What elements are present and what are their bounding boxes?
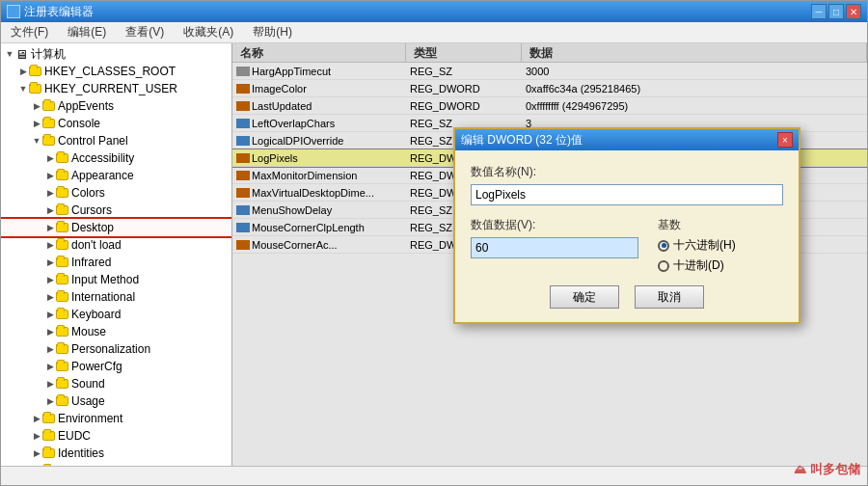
folder-icon-pers [56,344,68,354]
tree-item-identities[interactable]: ▶ Identities [1,445,231,462]
tree-label-im: Input Method [71,273,139,286]
modal-title-bar: 编辑 DWORD (32 位)值 × [455,129,799,150]
tree-item-appearance[interactable]: ▶ Appearance [1,167,231,184]
menu-help[interactable]: 帮助(H) [247,22,298,42]
expand-arrow-desktop: ▶ [45,223,55,232]
folder-icon-dontload [56,240,68,250]
tree-item-international[interactable]: ▶ International [1,288,231,306]
tree-item-dontload[interactable]: ▶ don't load [1,236,231,254]
tree-label-infrared: Infrared [71,256,111,269]
content-area: ▼ 🖥 计算机 ▶ HKEY_CLASSES_ROOT ▼ HKEY_CURRE… [1,43,867,466]
radio-dec[interactable]: 十进制(D) [658,257,783,274]
folder-icon-console [42,119,55,128]
expand-arrow-cursors: ▶ [45,205,55,215]
tree-item-environment[interactable]: ▶ Environment [1,410,231,427]
modal-data-row: 数值数据(V): 基数 十六进制(H) [471,217,783,274]
folder-icon-acc [56,153,68,163]
status-bar [1,466,867,485]
tree-item-accessibility[interactable]: ▶ Accessibility [1,149,231,167]
tree-item-computer[interactable]: ▼ 🖥 计算机 [1,45,231,63]
expand-arrow-hkcu: ▼ [18,84,28,94]
folder-icon-cp [42,136,55,146]
menu-favorites[interactable]: 收藏夹(A) [177,22,239,42]
tree-label-env: Environment [58,412,122,425]
tree-label-kbd: Keyboard [71,308,121,321]
tree-item-hkcr[interactable]: ▶ HKEY_CLASSES_ROOT [1,63,231,80]
tree-label-dontload: don't load [71,238,122,252]
modal-name-input[interactable] [471,184,783,205]
expand-arrow-pers: ▶ [45,344,55,354]
radio-dec-dot [658,260,669,272]
expand-arrow-colors: ▶ [45,188,55,198]
tree-label-hkcu: HKEY_CURRENT_USER [44,82,177,95]
tree-label-console: Console [58,117,100,130]
expand-arrow-acc: ▶ [45,153,55,163]
modal-data-input[interactable] [471,237,638,258]
expand-arrow-eudc: ▶ [32,431,41,441]
tree-label-desktop: Desktop [71,221,114,234]
folder-icon-ident [42,448,55,458]
maximize-button[interactable]: □ [828,4,844,19]
right-panel: 名称 类型 数据 HargAppTimecut REG_SZ 3000 [232,43,867,466]
main-window: 注册表编辑器 ─ □ ✕ 文件(F) 编辑(E) 查看(V) 收藏夹(A) 帮助… [0,0,868,486]
modal-close-button[interactable]: × [777,132,793,148]
tree-panel: ▼ 🖥 计算机 ▶ HKEY_CLASSES_ROOT ▼ HKEY_CURRE… [1,43,232,466]
tree-item-desktop[interactable]: ▶ Desktop [1,219,231,236]
folder-icon-intl [56,292,68,302]
cancel-button[interactable]: 取消 [635,285,704,309]
tree-item-sound[interactable]: ▶ Sound [1,375,231,392]
folder-icon-kbd [56,310,68,319]
radio-hex-label: 十六进制(H) [673,237,736,254]
menu-file[interactable]: 文件(F) [5,22,54,42]
expand-arrow-mouse: ▶ [45,327,55,337]
tree-item-personalization[interactable]: ▶ Personalization [1,340,231,358]
radio-dec-label: 十进制(D) [673,257,724,274]
expand-arrow-appevents: ▶ [32,101,41,111]
close-button[interactable]: ✕ [846,4,861,19]
tree-item-colors[interactable]: ▶ Colors [1,184,231,202]
tree-item-usage[interactable]: ▶ Usage [1,392,231,410]
tree-item-kbdlayout[interactable]: ▶ Keyboard Layout [1,462,231,466]
tree-item-powercfg[interactable]: ▶ PowerCfg [1,358,231,375]
menu-view[interactable]: 查看(V) [120,22,170,42]
tree-item-controlpanel[interactable]: ▼ Control Panel [1,132,231,149]
modal-dialog: 编辑 DWORD (32 位)值 × 数值名称(N): 数值数据(V): [453,127,800,324]
tree-item-keyboard[interactable]: ▶ Keyboard [1,306,231,323]
expand-arrow-ident: ▶ [32,448,41,458]
folder-icon-infrared [56,257,68,267]
tree-label-colors: Colors [71,186,105,200]
tree-item-eudc[interactable]: ▶ EUDC [1,427,231,445]
tree-item-hkcu[interactable]: ▼ HKEY_CURRENT_USER [1,80,231,97]
expand-arrow-infrared: ▶ [45,257,55,267]
folder-icon-im [56,275,68,284]
modal-data-section: 数值数据(V): [471,217,638,274]
folder-icon-cursors [56,205,68,215]
expand-arrow-sound: ▶ [45,379,55,389]
minimize-button[interactable]: ─ [811,4,827,19]
modal-overlay: 编辑 DWORD (32 位)值 × 数值名称(N): 数值数据(V): [232,43,867,466]
radio-hex-dot [658,240,669,252]
expand-arrow-hkcr: ▶ [18,67,28,76]
tree-item-console[interactable]: ▶ Console [1,115,231,132]
menu-bar: 文件(F) 编辑(E) 查看(V) 收藏夹(A) 帮助(H) [1,22,867,43]
tree-item-cursors[interactable]: ▶ Cursors [1,202,231,219]
expand-arrow-usage: ▶ [45,396,55,406]
ok-button[interactable]: 确定 [550,285,619,309]
modal-data-label: 数值数据(V): [471,217,638,233]
menu-edit[interactable]: 编辑(E) [62,22,112,42]
tree-label-cursors: Cursors [71,203,112,217]
tree-label-ident: Identities [58,446,104,460]
expand-arrow-kbd: ▶ [45,310,55,319]
tree-item-appevents[interactable]: ▶ AppEvents [1,97,231,115]
folder-icon-colors [56,188,68,198]
folder-icon-desktop [56,223,68,232]
radio-hex[interactable]: 十六进制(H) [658,237,783,254]
tree-item-inputmethod[interactable]: ▶ Input Method [1,271,231,288]
tree-label-hkcr: HKEY_CLASSES_ROOT [44,65,176,78]
modal-name-label: 数值名称(N): [471,164,783,180]
title-bar-controls: ─ □ ✕ [811,4,861,19]
tree-item-infrared[interactable]: ▶ Infrared [1,254,231,271]
folder-icon-sound [56,379,68,389]
tree-item-mouse[interactable]: ▶ Mouse [1,323,231,340]
modal-title: 编辑 DWORD (32 位)值 [461,132,583,148]
